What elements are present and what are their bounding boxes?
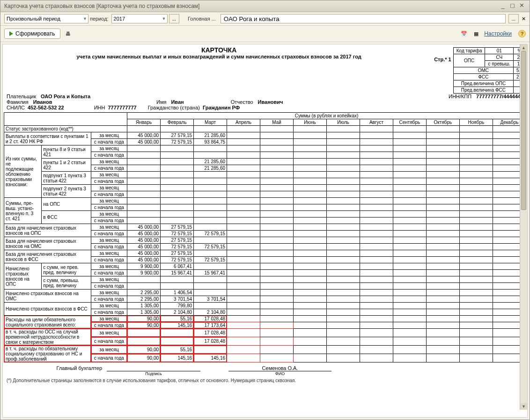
window-title: Карточка учета страховых взносов [Карточ… <box>4 3 498 9</box>
org-clear-button[interactable]: ✕ <box>522 16 526 22</box>
period-label: период: <box>90 16 109 22</box>
help-icon[interactable]: ? <box>518 30 526 37</box>
organization-input[interactable] <box>221 14 506 23</box>
org-picker-button[interactable]: ... <box>508 14 519 23</box>
tariff-table: Код тарифа01% ОПССЧ22 с превыш.10 ОМС5,1… <box>453 47 526 94</box>
chevron-down-icon[interactable]: ▼ <box>162 16 166 21</box>
close-button[interactable]: ✕ <box>517 2 526 10</box>
vertical-scrollbar[interactable]: ▲ ▼ <box>520 44 527 410</box>
calendar-icon[interactable]: 📅 <box>460 29 468 38</box>
scroll-up-icon[interactable]: ▲ <box>520 44 527 51</box>
chevron-down-icon[interactable]: ▼ <box>83 16 87 21</box>
period-picker-button[interactable]: ... <box>169 14 179 23</box>
report-title: КАРТОЧКА <box>4 46 434 54</box>
year-select[interactable] <box>111 14 168 23</box>
minimize-button[interactable]: _ <box>499 2 507 10</box>
table-icon[interactable]: ▦ <box>472 29 480 38</box>
org-label: Головная ... <box>188 16 216 22</box>
titlebar: Карточка учета страховых взносов [Карточ… <box>0 0 530 12</box>
scrollbar-thumb[interactable] <box>521 51 526 210</box>
report-subtitle: учета сумм начисленных выплат и иных воз… <box>4 54 434 59</box>
play-icon <box>9 31 13 36</box>
generate-button[interactable]: Сформировать <box>4 29 60 39</box>
settings-link[interactable]: Настройки <box>484 30 512 37</box>
period-type-select[interactable] <box>4 14 88 23</box>
report-content: КАРТОЧКА учета сумм начисленных выплат и… <box>2 44 528 418</box>
page-number: Стр.* 1 <box>434 57 451 62</box>
print-icon[interactable]: 🖶 <box>64 29 73 38</box>
maximize-button[interactable]: ◻ <box>508 2 516 10</box>
filter-toolbar: ▼ период: ▼ ... Головная ... ... ✕ <box>0 12 530 26</box>
main-data-table: Суммы (в рублях и копейках) ЯнварьФеврал… <box>4 112 526 362</box>
scroll-down-icon[interactable]: ▼ <box>520 403 527 410</box>
action-toolbar: Сформировать 🖶 📅 ▦ Настройки ? <box>0 26 530 42</box>
footnote: (*) Дополнительные страницы заполняются … <box>7 378 523 383</box>
